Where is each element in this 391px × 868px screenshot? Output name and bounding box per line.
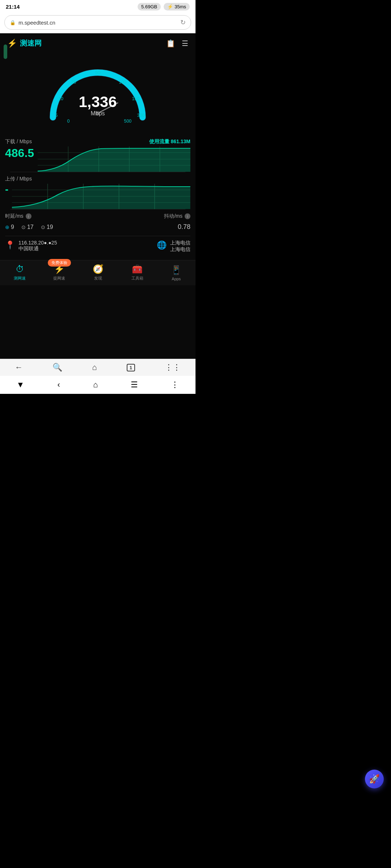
browser-nav: ← 🔍 ⌂ 1 ⋮⋮	[0, 359, 196, 376]
status-time: 21:14	[6, 4, 20, 10]
round-trip-value: 9	[11, 224, 14, 230]
svg-text:25: 25	[71, 80, 76, 85]
download-label: 下载 / Mbps	[5, 139, 32, 145]
ip-item-left: 📍 116.128.20●.●25 中国联通	[5, 240, 57, 252]
svg-text:300: 300	[137, 113, 145, 118]
refresh-icon[interactable]: ↻	[180, 18, 186, 26]
ip-text: 116.128.20●.●25 中国联通	[18, 240, 57, 252]
download-chart	[38, 146, 190, 172]
download-row: 下载 / Mbps 使用流量 861.13M 486.5	[5, 135, 190, 172]
lightning-icon: ⚡	[167, 4, 173, 9]
upload-header: 上传 / Mbps	[5, 176, 190, 182]
status-right: 5.69GB ⚡ 35ms	[138, 3, 190, 10]
logo-text: 测速网	[20, 38, 42, 48]
latency-title: 时延/ms	[5, 213, 24, 220]
network-text: 上海电信 上海电信	[170, 240, 190, 253]
upload-chart	[12, 184, 190, 209]
download-arrow-icon: ⊙	[21, 224, 26, 230]
speedometer-section: 50 25 100 10 150 5 300 0 500 1,336 Mbps	[0, 52, 196, 135]
nav-item-speed[interactable]: ⏱ 测网速	[11, 264, 29, 281]
bottom-nav: ⏱ 测网速 免费体验 ⚡ 提网速 🧭 发现 🧰 工具箱 📱 Apps	[0, 260, 196, 285]
history-icon[interactable]: 📋	[166, 39, 175, 48]
url-input-container[interactable]: 🔒 m.speedtest.cn ↻	[4, 15, 191, 30]
download-lat-value: 17	[27, 224, 34, 230]
network-name: 上海电信	[170, 240, 190, 246]
url-bar: 🔒 m.speedtest.cn ↻	[0, 13, 196, 33]
free-badge: 免费体验	[48, 259, 71, 267]
speed-display: 1,336 Mbps	[79, 94, 117, 117]
gauge-svg: 50 25 100 10 150 5 300 0 500	[40, 55, 156, 128]
location-icon: 📍	[5, 241, 15, 250]
svg-text:5: 5	[55, 113, 58, 118]
svg-text:500: 500	[124, 119, 132, 124]
nav-icons: 📋 ☰	[166, 39, 188, 48]
menu-icon[interactable]: ☰	[182, 39, 188, 48]
nav-back-icon[interactable]: ‹	[57, 380, 60, 390]
jitter-title: 抖动/ms	[164, 213, 182, 220]
nav-dropdown-icon[interactable]: ▼	[17, 380, 25, 390]
boost-nav-label: 提网速	[53, 276, 65, 281]
stats-section: 下载 / Mbps 使用流量 861.13M 486.5	[0, 135, 196, 209]
svg-text:150: 150	[132, 96, 139, 101]
home-icon[interactable]: ⌂	[92, 363, 97, 372]
upload-lat-item: ⊙ 19	[41, 224, 53, 230]
nav-recents-icon[interactable]: ☰	[131, 380, 138, 390]
lock-icon: 🔒	[10, 20, 16, 25]
usage-label: 使用流量 861.13M	[149, 139, 190, 145]
network-sub: 上海电信	[170, 246, 190, 253]
latency-header: 时延/ms i 抖动/ms i	[5, 213, 190, 220]
upload-arrow-icon: ⊙	[41, 224, 45, 230]
latency-section: 时延/ms i 抖动/ms i ⊕ 9 ⊙ 17 ⊙ 19	[0, 209, 196, 236]
nav-options-icon[interactable]: ⋮	[171, 380, 179, 390]
ip-address: 116.128.20●.●25	[18, 240, 57, 246]
svg-text:10: 10	[58, 96, 63, 101]
download-lat-item: ⊙ 17	[21, 224, 34, 230]
back-icon[interactable]: ←	[15, 363, 23, 372]
app-nav: ⚡ 测速网 📋 ☰	[0, 33, 196, 52]
nav-item-boost[interactable]: 免费体验 ⚡ 提网速	[50, 264, 68, 281]
round-trip-icon: ⊕	[5, 224, 9, 230]
download-value: 486.5	[5, 146, 34, 160]
speed-nav-icon: ⏱	[16, 264, 24, 274]
globe-icon: 🌐	[157, 241, 167, 250]
nav-item-tools[interactable]: 🧰 工具箱	[129, 264, 146, 281]
tools-nav-icon: 🧰	[132, 264, 143, 274]
svg-text:0: 0	[67, 119, 70, 124]
jitter-value: 0.78	[178, 223, 190, 231]
upload-label: 上传 / Mbps	[5, 176, 32, 182]
url-text: m.speedtest.cn	[18, 20, 177, 26]
discover-nav-icon: 🧭	[93, 264, 104, 274]
speed-value: 1,336	[79, 94, 117, 110]
nav-item-discover[interactable]: 🧭 发现	[90, 264, 106, 281]
search-icon[interactable]: 🔍	[52, 363, 62, 372]
system-nav: ▼ ‹ ⌂ ☰ ⋮	[0, 376, 196, 394]
nav-item-apps[interactable]: 📱 Apps	[168, 265, 185, 281]
latency-info-icon[interactable]: i	[26, 213, 31, 219]
ip-section: 📍 116.128.20●.●25 中国联通 🌐 上海电信 上海电信	[0, 236, 196, 260]
app-container: ⚡ 测速网 📋 ☰ 50 25 100 10 150 5	[0, 33, 196, 359]
logo-bolt-icon: ⚡	[7, 39, 17, 48]
discover-nav-label: 发现	[94, 276, 102, 281]
round-trip-item: ⊕ 9	[5, 224, 14, 230]
apps-nav-icon: 📱	[171, 265, 182, 275]
status-bar: 21:14 5.69GB ⚡ 35ms	[0, 0, 196, 13]
ip-isp: 中国联通	[18, 246, 57, 252]
speed-unit: Mbps	[79, 110, 117, 117]
tab-count[interactable]: 1	[127, 364, 135, 371]
ping-badge: ⚡ 35ms	[164, 3, 190, 10]
apps-nav-label: Apps	[172, 277, 181, 281]
latency-col: 时延/ms i	[5, 213, 31, 220]
speed-nav-label: 测网速	[14, 276, 26, 281]
svg-text:100: 100	[119, 80, 126, 85]
tools-nav-label: 工具箱	[131, 276, 143, 281]
upload-lat-value: 19	[47, 224, 53, 230]
download-header: 下载 / Mbps 使用流量 861.13M	[5, 139, 190, 145]
jitter-info-icon[interactable]: i	[185, 213, 190, 219]
svg-text:50: 50	[95, 70, 100, 75]
gauge-container: 50 25 100 10 150 5 300 0 500 1,336 Mbps	[40, 55, 156, 128]
upload-value: -	[5, 184, 8, 195]
nav-home-sys-icon[interactable]: ⌂	[93, 380, 98, 390]
more-icon[interactable]: ⋮⋮	[165, 363, 181, 372]
ip-item-right: 🌐 上海电信 上海电信	[157, 240, 190, 253]
upload-row: 上传 / Mbps -	[5, 172, 190, 209]
